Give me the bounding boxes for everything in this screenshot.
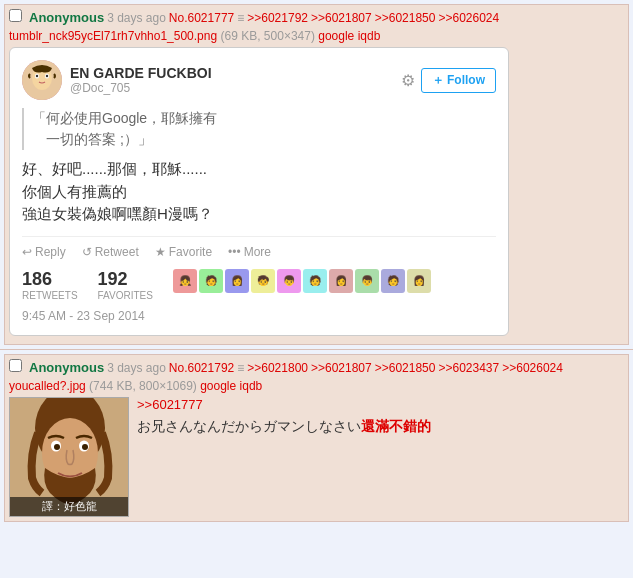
favorites-label: FAVORITES: [98, 290, 153, 301]
post-2-ref-2[interactable]: >>6021807: [311, 361, 372, 375]
retweet-action[interactable]: ↺ Retweet: [82, 245, 139, 259]
post-2-body: 譯：好色龍 >>6021777 お兄さんなんだからガマンしなさい還滿不錯的: [9, 397, 624, 517]
post-2-author: Anonymous: [29, 360, 104, 375]
post-2-file: youcalled?.jpg (744 KB, 800×1069) google…: [9, 379, 624, 393]
tweet-avatars: 👧 🧑 👩 🧒 👦 🧑 👩 👦 🧑 👩: [173, 269, 431, 295]
follow-plus-icon: ＋: [432, 72, 444, 89]
tweet-user-info: EN GARDE FUCKBOI @Doc_705: [22, 60, 212, 100]
post-1-file: tumblr_nck95ycEl71rh7vhho1_500.png (69 K…: [9, 29, 624, 43]
post-2-menu-icon: ≡: [237, 361, 244, 375]
post-2-ref-1[interactable]: >>6021800: [247, 361, 308, 375]
retweets-stat: 186 RETWEETS: [22, 269, 78, 301]
tweet-header-right: ⚙ ＋ Follow: [401, 68, 496, 93]
post-1-refs: >>6021792 >>6021807 >>6021850 >>6026024: [247, 11, 499, 25]
svg-point-11: [54, 444, 60, 450]
tweet-timestamp: 9:45 AM - 23 Sep 2014: [22, 309, 496, 323]
post-2-iqdb-link[interactable]: iqdb: [240, 379, 263, 393]
favorites-count: 192: [98, 269, 153, 290]
tweet-main-text: 好、好吧......那個，耶穌...... 你個人有推薦的 強迫女裝偽娘啊嘿顏H…: [22, 158, 496, 226]
post-2-checkbox[interactable]: [9, 359, 22, 372]
post-2-number: No.6021792: [169, 361, 234, 375]
svg-point-4: [36, 75, 38, 77]
svg-point-12: [82, 444, 88, 450]
post-2-time: 3 days ago: [107, 361, 166, 375]
tweet-header: EN GARDE FUCKBOI @Doc_705 ⚙ ＋ Follow: [22, 60, 496, 100]
retweets-count: 186: [22, 269, 78, 290]
tweet-handle[interactable]: @Doc_705: [70, 81, 212, 95]
mini-avatar-2: 🧑: [199, 269, 223, 293]
post-1-ref-4[interactable]: >>6026024: [438, 11, 499, 25]
post-2-japanese-text: お兄さんなんだからガマンしなさい: [137, 418, 361, 434]
mini-avatar-3: 👩: [225, 269, 249, 293]
post-1-time: 3 days ago: [107, 11, 166, 25]
mini-avatar-4: 🧒: [251, 269, 275, 293]
more-label: More: [244, 245, 271, 259]
reply-label: Reply: [35, 245, 66, 259]
post-1-menu-icon: ≡: [237, 11, 244, 25]
post-2: Anonymous 3 days ago No.6021792 ≡ >>6021…: [4, 354, 629, 522]
tweet-actions: ↩ Reply ↺ Retweet ★ Favorite ••• More: [22, 236, 496, 259]
tweet-embed: EN GARDE FUCKBOI @Doc_705 ⚙ ＋ Follow 「何必…: [9, 47, 509, 336]
svg-point-5: [46, 75, 48, 77]
favorite-action[interactable]: ★ Favorite: [155, 245, 212, 259]
post-2-ref-4[interactable]: >>6023437: [438, 361, 499, 375]
gear-icon[interactable]: ⚙: [401, 71, 415, 90]
mini-avatar-1: 👧: [173, 269, 197, 293]
mini-avatar-7: 👩: [329, 269, 353, 293]
mini-avatar-5: 👦: [277, 269, 301, 293]
mini-avatar-6: 🧑: [303, 269, 327, 293]
follow-label: Follow: [447, 73, 485, 87]
post-2-highlight: 還滿不錯的: [361, 418, 431, 434]
post-1: Anonymous 3 days ago No.6021777 ≡ >>6021…: [4, 4, 629, 345]
tweet-quoted-text: 「何必使用Google，耶穌擁有 一切的答案 ;）」: [22, 108, 496, 150]
post-2-number-link[interactable]: No.6021792: [169, 361, 234, 375]
post-1-google-link[interactable]: google: [318, 29, 354, 43]
post-2-header: Anonymous 3 days ago No.6021792 ≡ >>6021…: [9, 359, 624, 375]
post-1-ref-3[interactable]: >>6021850: [375, 11, 436, 25]
post-1-header: Anonymous 3 days ago No.6021777 ≡ >>6021…: [9, 9, 624, 25]
post-1-file-info: (69 KB, 500×347): [221, 29, 315, 43]
post-2-ref-5[interactable]: >>6026024: [502, 361, 563, 375]
post-1-ref-1[interactable]: >>6021792: [247, 11, 308, 25]
retweets-label: RETWEETS: [22, 290, 78, 301]
post-2-image: 譯：好色龍: [9, 397, 129, 517]
tweet-name-block: EN GARDE FUCKBOI @Doc_705: [70, 65, 212, 95]
retweet-label: Retweet: [95, 245, 139, 259]
post-divider: [0, 349, 633, 350]
post-1-author: Anonymous: [29, 10, 104, 25]
tweet-avatar: [22, 60, 62, 100]
thumb-label: 譯：好色龍: [10, 497, 128, 516]
tweet-account-name[interactable]: EN GARDE FUCKBOI: [70, 65, 212, 81]
post-1-ref-2[interactable]: >>6021807: [311, 11, 372, 25]
avatar-image: [22, 60, 62, 100]
tweet-body: 「何必使用Google，耶穌擁有 一切的答案 ;）」 好、好吧......那個，…: [22, 108, 496, 226]
tweet-stats: 186 RETWEETS 192 FAVORITES 👧 🧑 👩 🧒 👦 🧑 👩…: [22, 269, 496, 301]
jesus-thumbnail[interactable]: 譯：好色龍: [9, 397, 129, 517]
post-2-google-link[interactable]: google: [200, 379, 236, 393]
post-2-refs: >>6021800 >>6021807 >>6021850 >>6023437 …: [247, 361, 563, 375]
more-action[interactable]: ••• More: [228, 245, 271, 259]
post-2-file-link[interactable]: youcalled?.jpg: [9, 379, 86, 393]
mini-avatar-10: 👩: [407, 269, 431, 293]
post-1-number: No.6021777: [169, 11, 234, 25]
post-2-quote-ref[interactable]: >>6021777: [137, 397, 203, 412]
post-1-checkbox[interactable]: [9, 9, 22, 22]
reply-action[interactable]: ↩ Reply: [22, 245, 66, 259]
post-2-text: >>6021777 お兄さんなんだからガマンしなさい還滿不錯的: [137, 397, 624, 517]
favorites-stat: 192 FAVORITES: [98, 269, 153, 301]
post-2-ref-3[interactable]: >>6021850: [375, 361, 436, 375]
mini-avatar-8: 👦: [355, 269, 379, 293]
post-2-file-info: (744 KB, 800×1069): [89, 379, 197, 393]
post-1-number-link[interactable]: No.6021777: [169, 11, 234, 25]
post-1-file-link[interactable]: tumblr_nck95ycEl71rh7vhho1_500.png: [9, 29, 217, 43]
follow-button[interactable]: ＋ Follow: [421, 68, 496, 93]
favorite-label: Favorite: [169, 245, 212, 259]
mini-avatar-9: 🧑: [381, 269, 405, 293]
post-1-iqdb-link[interactable]: iqdb: [358, 29, 381, 43]
post-2-content: お兄さんなんだからガマンしなさい還滿不錯的: [137, 416, 624, 437]
